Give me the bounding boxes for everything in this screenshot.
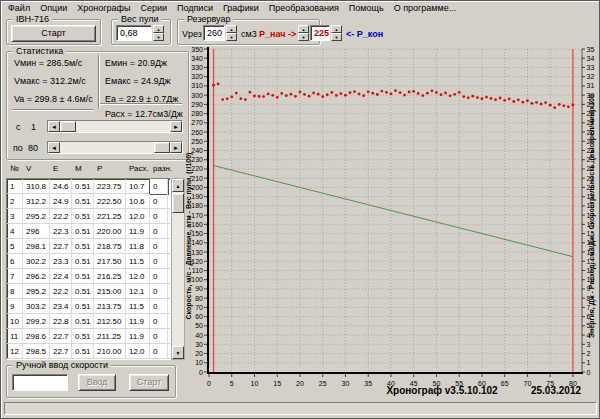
table-cell[interactable]: 12.0 (126, 344, 150, 359)
slider-left-arrow-icon[interactable]: ◄ (48, 142, 60, 153)
spin-down-icon[interactable]: ▼ (153, 33, 164, 41)
table-cell[interactable]: 0.51 (72, 224, 94, 239)
manual-enter-button[interactable]: Ввод (78, 374, 116, 391)
table-cell[interactable]: 299.2 (23, 314, 50, 329)
table-cell[interactable]: 22.7 (50, 329, 72, 344)
table-cell[interactable]: 23.4 (50, 299, 72, 314)
table-cell[interactable]: 9 (7, 299, 23, 314)
menu-item-5[interactable]: Подписи (172, 2, 218, 14)
table-cell[interactable]: 212.50 (94, 314, 126, 329)
table-cell[interactable]: 3 (7, 209, 23, 224)
table-cell[interactable]: 0 (150, 194, 168, 209)
range-to-slider[interactable]: ◄ ► (47, 141, 183, 154)
table-cell[interactable]: 0.51 (72, 269, 94, 284)
table-cell[interactable]: 302.2 (23, 254, 50, 269)
scroll-up-icon[interactable]: ▲ (172, 179, 184, 192)
table-cell[interactable]: 0.51 (72, 299, 94, 314)
table-cell[interactable]: 298.5 (23, 344, 50, 359)
table-cell[interactable]: 298.1 (23, 239, 50, 254)
shots-table[interactable]: 1310.824.60.51223.7510.702312.224.90.512… (6, 178, 171, 360)
table-cell[interactable]: 22.8 (50, 314, 72, 329)
table-cell[interactable]: 12.0 (126, 209, 150, 224)
p-spinner-left[interactable]: ▲ ▼ (298, 25, 309, 41)
manual-start-button[interactable]: Старт (129, 374, 169, 391)
table-row-12[interactable]: 12298.522.70.51210.0012.00 (7, 344, 170, 359)
table-cell[interactable]: 5 (7, 239, 23, 254)
table-cell[interactable]: 0 (150, 269, 168, 284)
table-cell[interactable]: 7 (7, 269, 23, 284)
table-row-11[interactable]: 11298.622.70.51211.2511.90 (7, 329, 170, 344)
table-cell[interactable]: 215.00 (94, 284, 126, 299)
table-cell[interactable]: 22.4 (50, 269, 72, 284)
column-header-1[interactable]: № (7, 164, 23, 173)
table-cell[interactable]: 0 (150, 239, 168, 254)
vrez-spinner[interactable]: ▲ ▼ (226, 25, 237, 41)
table-cell[interactable]: 0 (150, 299, 168, 314)
menu-item-3[interactable]: Хронографы (72, 2, 135, 14)
table-cell[interactable]: 0 (150, 224, 168, 239)
menu-item-7[interactable]: Преобразования (264, 2, 344, 14)
table-cell[interactable]: 0 (150, 344, 168, 359)
table-cell[interactable]: 22.2 (50, 284, 72, 299)
table-cell[interactable]: 11.9 (126, 329, 150, 344)
bullet-weight-spinner[interactable]: ▲ ▼ (153, 25, 164, 41)
slider-right-arrow-icon[interactable]: ► (170, 121, 182, 132)
column-header-2[interactable]: V (23, 164, 50, 173)
table-cell[interactable]: 0.51 (72, 239, 94, 254)
p-value-field[interactable]: 225 (310, 25, 330, 41)
manual-speed-input[interactable] (12, 374, 68, 391)
table-cell[interactable]: 0 (150, 284, 168, 299)
table-cell[interactable]: 210.00 (94, 344, 126, 359)
table-row-10[interactable]: 10299.222.80.51212.5011.90 (7, 314, 170, 329)
menu-item-6[interactable]: Графики (218, 2, 264, 14)
table-cell[interactable]: 11.5 (126, 254, 150, 269)
table-row-6[interactable]: 6302.223.30.51217.5011.50 (7, 254, 170, 269)
table-cell[interactable]: 295.2 (23, 209, 50, 224)
start-button[interactable]: Старт (11, 25, 96, 42)
table-cell[interactable]: 296.2 (23, 269, 50, 284)
column-header-6[interactable]: Расх. (126, 164, 150, 173)
table-cell[interactable]: 23.3 (50, 254, 72, 269)
table-cell[interactable]: 0 (150, 314, 168, 329)
table-cell[interactable]: 296 (23, 224, 50, 239)
table-row-2[interactable]: 2312.224.90.51222.5010.60 (7, 194, 170, 209)
spin-down-icon[interactable]: ▼ (226, 33, 237, 41)
table-row-9[interactable]: 9303.223.40.51213.7511.50 (7, 299, 170, 314)
table-row-7[interactable]: 7296.222.40.51216.2512.00 (7, 269, 170, 284)
table-cell[interactable]: 222.50 (94, 194, 126, 209)
spin-up-icon[interactable]: ▲ (226, 25, 237, 33)
table-scrollbar[interactable]: ▲ ▼ (171, 178, 185, 360)
table-cell[interactable]: 0.51 (72, 284, 94, 299)
table-cell[interactable]: 0.51 (72, 209, 94, 224)
menu-item-2[interactable]: Опции (35, 2, 72, 14)
table-cell[interactable]: 216.25 (94, 269, 126, 284)
menu-item-1[interactable]: Файл (3, 2, 35, 14)
table-cell[interactable]: 12.0 (126, 269, 150, 284)
scroll-down-icon[interactable]: ▼ (172, 346, 184, 359)
table-row-3[interactable]: 3295.222.20.51221.2512.00 (7, 209, 170, 224)
table-cell[interactable]: 0.51 (72, 314, 94, 329)
table-cell[interactable]: 4 (7, 224, 23, 239)
menu-item-9[interactable]: О программе... (389, 2, 462, 14)
menu-item-8[interactable]: Помощь (344, 2, 389, 14)
range-from-slider-thumb[interactable] (60, 121, 76, 132)
table-cell[interactable]: 10.6 (126, 194, 150, 209)
column-header-7[interactable]: разн. (150, 164, 168, 173)
table-cell[interactable]: 0 (150, 209, 168, 224)
range-to-slider-thumb[interactable] (154, 142, 170, 153)
table-cell[interactable]: 10 (7, 314, 23, 329)
p-spinner-right[interactable]: ▲ ▼ (331, 25, 342, 41)
table-cell[interactable]: 11.5 (126, 299, 150, 314)
table-cell[interactable]: 11.9 (126, 314, 150, 329)
table-row-5[interactable]: 5298.122.70.51218.7511.80 (7, 239, 170, 254)
table-cell[interactable]: 221.25 (94, 209, 126, 224)
table-cell[interactable]: 303.2 (23, 299, 50, 314)
table-cell[interactable]: 1 (7, 179, 23, 194)
table-cell[interactable]: 8 (7, 284, 23, 299)
table-cell[interactable]: 223.75 (94, 179, 126, 194)
table-cell[interactable]: 220.00 (94, 224, 126, 239)
table-cell[interactable]: 312.2 (23, 194, 50, 209)
table-cell[interactable]: 11 (7, 329, 23, 344)
spin-down-icon[interactable]: ▼ (298, 33, 309, 41)
table-cell[interactable]: 211.25 (94, 329, 126, 344)
